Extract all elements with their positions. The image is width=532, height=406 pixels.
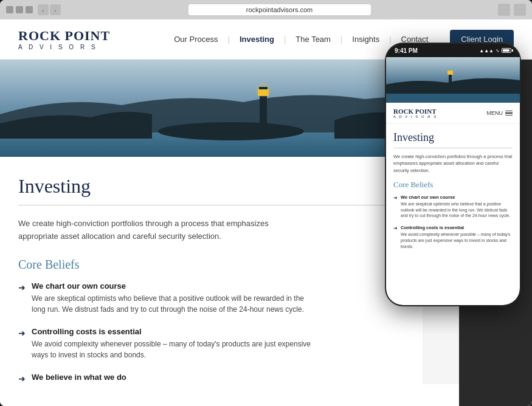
address-bar-container: rockpointadvisors.com	[66, 4, 493, 15]
svg-rect-10	[447, 71, 453, 75]
belief-title-1: We chart our own course	[32, 281, 311, 291]
belief-icon-1: ➜	[18, 283, 26, 315]
browser-share-btn[interactable]	[498, 4, 510, 16]
svg-point-2	[158, 122, 304, 140]
browser-nav-buttons: ‹ ›	[38, 4, 61, 15]
hamburger-icon	[505, 111, 513, 116]
phone-page-title: Investing	[393, 131, 513, 144]
phone-logo-subtitle: A D V I S O R S	[393, 115, 437, 119]
logo-subtitle: A D V I S O R S	[18, 44, 110, 50]
phone-belief-title-2: Controlling costs is essential	[401, 225, 513, 230]
phone-time: 9:41 PM	[395, 47, 418, 54]
browser-maximize-btn[interactable]	[26, 6, 33, 13]
belief-item-2: ➜ Controlling costs is essential We avoi…	[18, 327, 404, 360]
content-left: Investing We create high-conviction port…	[0, 157, 423, 384]
browser-new-tab-btn[interactable]	[514, 4, 526, 16]
nav-the-team[interactable]: The Team	[286, 35, 340, 44]
phone-battery-icon	[502, 48, 511, 53]
phone-battery-fill	[503, 49, 510, 52]
phone-belief-text-1: We are skeptical optimists who believe t…	[401, 201, 513, 219]
phone-menu-label: MENU	[487, 110, 503, 116]
belief-title-2: Controlling costs is essential	[32, 327, 311, 336]
phone-belief-content-1: We chart our own course We are skeptical…	[401, 194, 513, 219]
belief-item-1: ➜ We chart our own course We are skeptic…	[18, 281, 404, 315]
browser-action-buttons	[498, 4, 526, 16]
phone-content: Investing We create high-conviction port…	[386, 124, 520, 263]
belief-content-2: Controlling costs is essential We avoid …	[32, 327, 311, 360]
phone-logo: ROCK POINT A D V I S O R S	[393, 108, 437, 119]
belief-title-3: We believe in what we do	[32, 373, 311, 382]
phone-screen: ROCK POINT A D V I S O R S MENU In	[386, 57, 520, 305]
site-logo: ROCK POINT A D V I S O R S	[18, 28, 110, 50]
belief-item-3: ➜ We believe in what we do We follow our…	[18, 373, 404, 384]
address-bar[interactable]: rockpointadvisors.com	[188, 4, 371, 15]
phone-belief-item-2: ➜ Controlling costs is essential We avoi…	[393, 225, 513, 249]
phone-belief-content-2: Controlling costs is essential We avoid …	[401, 225, 513, 249]
belief-text-2: We avoid complexity whenever possible – …	[32, 339, 311, 360]
svg-rect-9	[449, 74, 452, 88]
belief-icon-2: ➜	[18, 328, 26, 360]
phone-belief-icon-1: ➜	[393, 195, 398, 219]
phone-intro: We create high-conviction portfolios thr…	[393, 153, 513, 174]
phone-status-bar: 9:41 PM ▲▲▲ ∿	[386, 44, 520, 57]
phone-hero-svg	[386, 57, 520, 103]
phone-wifi-icon: ∿	[496, 48, 500, 53]
browser-minimize-btn[interactable]	[16, 6, 23, 13]
phone-core-beliefs-title: Core Beliefs	[393, 180, 513, 190]
hamburger-line-2	[505, 112, 513, 114]
phone-logo-title: ROCK POINT	[393, 108, 437, 115]
belief-text-1: We are skeptical optimists who believe t…	[32, 293, 311, 315]
phone-hero	[386, 57, 520, 103]
core-beliefs-title: Core Beliefs	[18, 258, 404, 272]
hamburger-line-1	[505, 111, 513, 112]
phone-belief-icon-2: ➜	[393, 225, 398, 249]
phone-status-icons: ▲▲▲ ∿	[479, 48, 511, 53]
phone-belief-title-1: We chart our own course	[401, 194, 513, 200]
browser-forward-btn[interactable]: ›	[50, 4, 61, 15]
browser-back-btn[interactable]: ‹	[38, 4, 49, 15]
website: ROCK POINT A D V I S O R S Our Process |…	[0, 19, 532, 406]
phone-signal-icon: ▲▲▲	[479, 48, 494, 53]
phone-divider	[393, 148, 513, 148]
page-title: Investing	[18, 175, 404, 198]
belief-content-1: We chart our own course We are skeptical…	[32, 281, 311, 315]
page-intro: We create high-conviction portfolios thr…	[18, 218, 310, 243]
browser-toolbar: ‹ › rockpointadvisors.com	[0, 0, 532, 19]
hamburger-line-3	[505, 115, 513, 116]
browser-window: ‹ › rockpointadvisors.com ROCK POINT A D…	[0, 0, 532, 406]
phone-menu[interactable]: MENU	[487, 110, 513, 116]
svg-rect-6	[259, 87, 268, 89]
svg-point-5	[256, 83, 271, 97]
belief-content-3: We believe in what we do We follow our p…	[32, 373, 311, 384]
nav-contact[interactable]: Contact	[392, 35, 438, 44]
belief-icon-3: ➜	[18, 374, 26, 384]
phone-mockup: 9:41 PM ▲▲▲ ∿	[386, 44, 520, 305]
phone-site-header: ROCK POINT A D V I S O R S MENU	[386, 103, 520, 124]
browser-close-btn[interactable]	[6, 6, 13, 13]
phone-belief-item-1: ➜ We chart our own course We are skeptic…	[393, 194, 513, 219]
nav-insights[interactable]: Insights	[342, 35, 389, 44]
svg-rect-3	[260, 93, 267, 123]
nav-our-process[interactable]: Our Process	[164, 35, 227, 44]
browser-window-controls	[6, 6, 33, 13]
logo-title: ROCK POINT	[18, 28, 110, 44]
phone-belief-text-2: We avoid complexity whenever possible – …	[401, 232, 513, 249]
nav-investing[interactable]: Investing	[230, 35, 284, 44]
page-divider	[18, 205, 404, 205]
